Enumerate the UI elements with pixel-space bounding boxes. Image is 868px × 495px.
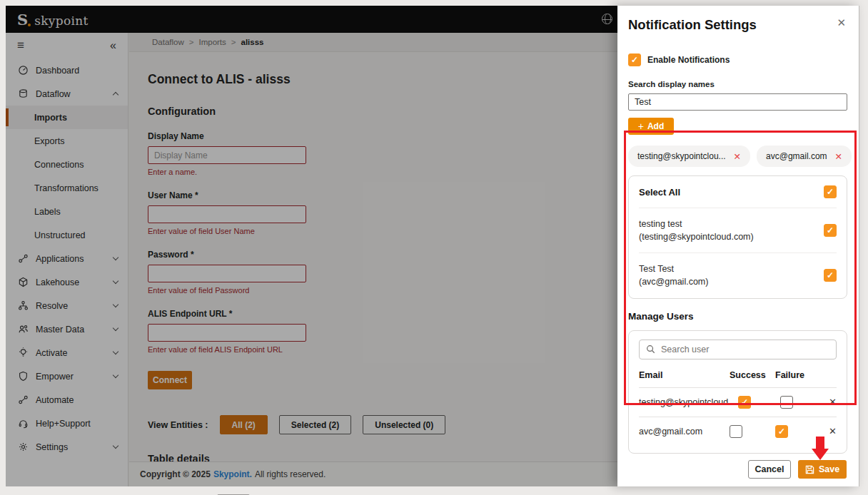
user-email: (testing@skypointcloud.com) [639,232,754,242]
user-option-checkbox[interactable]: ✓ [824,269,837,282]
success-checkbox[interactable] [730,425,742,438]
col-email: Email [639,370,730,380]
plus-icon: + [638,121,644,132]
panel-title: Notification Settings [628,17,847,33]
user-option-checkbox[interactable]: ✓ [824,224,837,237]
notification-settings-panel: Notification Settings ✕ ✓ Enable Notific… [617,6,859,486]
search-user-placeholder: Search user [661,345,709,354]
screen: S skypoint ≡ « Dashboard Dataflow Import… [0,0,868,495]
user-email: (avc@gmail.com) [639,277,708,287]
remove-chip-icon[interactable]: ✕ [734,151,741,162]
search-display-names-input[interactable] [628,93,847,111]
enable-notifications-label: Enable Notifications [647,55,730,65]
enable-notifications-row: ✓ Enable Notifications [628,53,847,66]
panel-actions: Cancel Save [748,460,847,479]
select-all-row: Select All ✓ [639,176,837,208]
search-user-box[interactable]: Search user [639,340,837,359]
select-all-checkbox[interactable]: ✓ [824,185,837,198]
recipient-chips: testing@skypointclou... ✕ avc@gmail.com … [628,146,847,167]
remove-user-icon[interactable]: ✕ [822,397,837,407]
user-row-email: avc@gmail.com [639,427,730,437]
enable-notifications-checkbox[interactable]: ✓ [628,53,641,66]
search-display-names-label: Search display names [628,80,847,88]
remove-user-icon[interactable]: ✕ [821,426,837,437]
failure-checkbox[interactable]: ✓ [775,425,788,438]
select-users-card: Select All ✓ testing test (testing@skypo… [628,175,847,299]
user-row-email: testing@skypointcloud.... [639,397,738,407]
user-row: avc@gmail.com ✓ ✕ [639,417,837,446]
save-button[interactable]: Save [798,460,847,479]
save-disk-icon [805,465,814,474]
select-all-label: Select All [639,187,680,198]
user-name: testing test [639,219,682,229]
search-icon [646,345,655,354]
remove-chip-icon[interactable]: ✕ [835,151,842,162]
chip-avc-email: avc@gmail.com ✕ [757,146,852,167]
manage-users-heading: Manage Users [628,311,847,322]
chip-testing-email: testing@skypointclou... ✕ [628,146,750,167]
user-name: Test Test [639,264,674,274]
col-success: Success [730,370,775,380]
users-table-header: Email Success Failure [639,370,837,388]
cancel-button[interactable]: Cancel [748,460,791,479]
close-icon[interactable]: ✕ [837,17,846,28]
failure-checkbox[interactable] [780,396,793,409]
user-option-row: Test Test (avc@gmail.com) ✓ [639,253,837,297]
user-option-row: testing test (testing@skypointcloud.com)… [639,208,837,253]
manage-users-card: Search user Email Success Failure testin… [628,330,847,454]
success-checkbox[interactable]: ✓ [738,396,751,409]
col-failure: Failure [775,370,821,380]
add-button[interactable]: + Add [628,118,674,135]
user-row: testing@skypointcloud.... ✓ ✕ [639,388,837,417]
